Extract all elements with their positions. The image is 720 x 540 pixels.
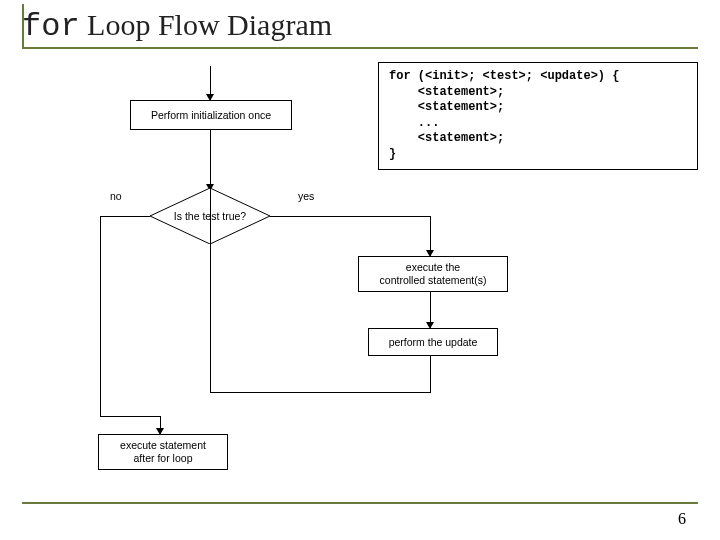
exec-box: execute the controlled statement(s) <box>358 256 508 292</box>
line-no-h2 <box>100 416 160 417</box>
yes-label: yes <box>298 190 314 202</box>
line-no-h <box>100 216 150 217</box>
line-loopback-v2 <box>210 152 211 392</box>
title-underline <box>22 47 698 49</box>
update-label: perform the update <box>389 336 478 349</box>
line-loopback-h <box>210 392 431 393</box>
page-number: 6 <box>678 510 686 528</box>
code-text: for (<init>; <test>; <update>) { <statem… <box>389 69 619 161</box>
line-yes-h <box>270 216 430 217</box>
footer-rule <box>22 502 698 504</box>
after-label: execute statement after for loop <box>120 439 206 464</box>
arrowhead-into-init <box>206 94 214 101</box>
slide-title: for Loop Flow Diagram <box>22 8 698 47</box>
exec-label: execute the controlled statement(s) <box>380 261 487 286</box>
after-box: execute statement after for loop <box>98 434 228 470</box>
diagram-canvas: for (<init>; <test>; <update>) { <statem… <box>0 56 720 496</box>
line-loopback-v1 <box>430 356 431 392</box>
title-keyword: for <box>22 8 80 45</box>
update-box: perform the update <box>368 328 498 356</box>
title-text: for Loop Flow Diagram <box>22 8 698 47</box>
no-label: no <box>110 190 122 202</box>
init-label: Perform initialization once <box>151 109 271 122</box>
init-box: Perform initialization once <box>130 100 292 130</box>
title-rest: Loop Flow Diagram <box>80 8 332 41</box>
line-no-v <box>100 216 101 416</box>
title-left-accent <box>22 4 24 48</box>
code-box: for (<init>; <test>; <update>) { <statem… <box>378 62 698 170</box>
